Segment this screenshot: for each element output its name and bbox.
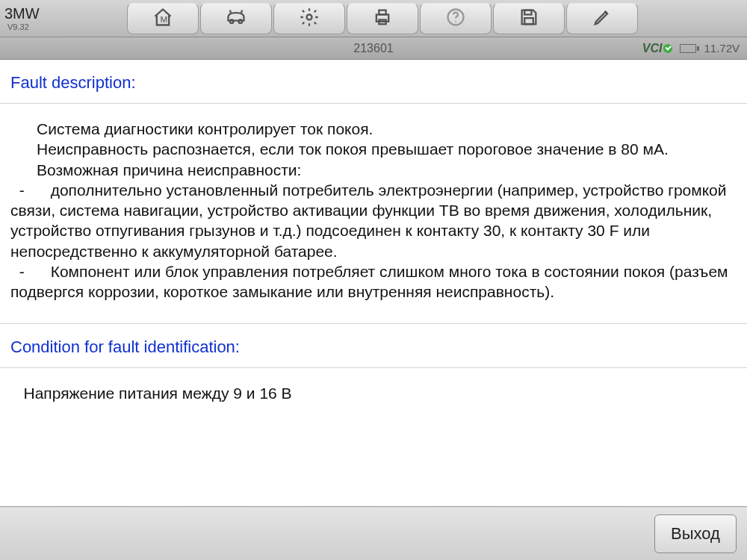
- save-button[interactable]: [493, 3, 565, 34]
- app-version: V9.32: [4, 22, 127, 31]
- vehicle-battery-icon: [680, 44, 696, 53]
- help-button[interactable]: [420, 3, 492, 34]
- svg-point-3: [307, 14, 312, 19]
- print-button[interactable]: [347, 3, 418, 34]
- condition-body: Напряжение питания между 9 и 16 В: [0, 368, 747, 424]
- vehicle-voltage: 11.72V: [704, 42, 740, 55]
- svg-rect-10: [524, 18, 533, 24]
- pencil-icon: [592, 7, 613, 31]
- exit-button[interactable]: Выход: [654, 514, 737, 553]
- footer-bar: Выход: [0, 506, 747, 560]
- check-icon: [663, 44, 672, 53]
- diagnostic-status-bar: 213601 VCI 11.72V: [0, 37, 747, 60]
- exit-button-label: Выход: [671, 524, 720, 544]
- help-icon: [445, 7, 466, 31]
- vehicle-button[interactable]: [200, 3, 272, 34]
- app-title: 3MW: [4, 6, 127, 21]
- app-toolbar: 3MW V9.32 M: [0, 0, 747, 37]
- edit-button[interactable]: [566, 3, 638, 34]
- printer-icon: [372, 7, 393, 31]
- save-icon: [518, 7, 539, 31]
- settings-button[interactable]: [273, 3, 345, 34]
- toolbar-button-group: M: [127, 3, 639, 34]
- condition-heading: Condition for fault identification:: [0, 324, 747, 368]
- home-button[interactable]: M: [127, 3, 199, 34]
- gear-icon: [299, 7, 320, 31]
- fault-code: 213601: [353, 42, 393, 55]
- fault-description-heading: Fault description:: [0, 60, 747, 104]
- toolbar-title-block: 3MW V9.32: [0, 6, 127, 31]
- home-icon: M: [152, 7, 173, 31]
- vci-indicator: VCI: [642, 42, 673, 55]
- main-content[interactable]: Fault description: Система диагностики к…: [0, 60, 747, 506]
- fault-description-body: Система диагностики контролирует ток пок…: [0, 104, 747, 324]
- svg-rect-5: [379, 10, 385, 14]
- svg-text:M: M: [161, 14, 168, 24]
- status-right-cluster: VCI 11.72V: [642, 42, 747, 55]
- svg-rect-9: [524, 10, 531, 14]
- vehicle-icon: [226, 7, 247, 31]
- svg-point-8: [455, 20, 456, 22]
